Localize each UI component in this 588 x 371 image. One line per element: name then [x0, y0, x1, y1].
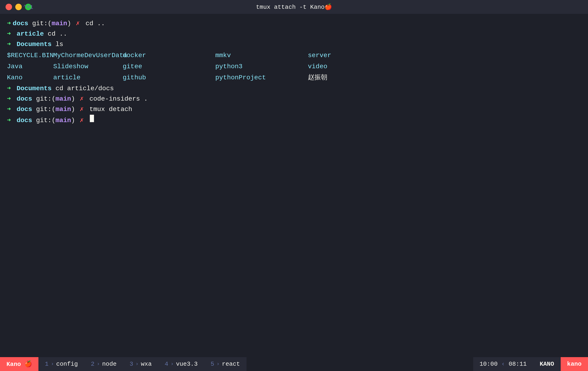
ls-item: 赵振朝 [308, 72, 354, 83]
ls-item: MyChormeDevUserData [53, 50, 123, 61]
status-bar: Kano 🍎 1 › config 2 › node 3 › wxa 4 › v… [0, 357, 588, 371]
terminal-line-1: ➜ docs git:(main) ✗ cd .. [7, 19, 581, 29]
prompt-git: git:( [32, 115, 56, 126]
ls-item: gitee [123, 61, 169, 72]
cmd-text: cd .. [44, 29, 67, 39]
cmd-text: cd article/docs [52, 83, 114, 94]
prompt-arrow: ➜ [7, 94, 11, 104]
ls-item: mmkv [215, 50, 262, 61]
status-tab-5[interactable]: 5 › react [204, 357, 247, 371]
status-kano-label[interactable]: Kano 🍎 [0, 357, 38, 371]
prompt-branch: main [56, 94, 71, 104]
tab-name: node [102, 361, 116, 368]
chevron-icon: › [216, 361, 220, 367]
cmd-text: ls [52, 39, 63, 50]
tab-name: config [56, 361, 78, 368]
prompt-dir: docs [13, 94, 32, 104]
prompt-dir: article [13, 29, 44, 39]
prompt-git: git:( [28, 19, 52, 29]
prompt-arrow: ➜ [7, 83, 11, 94]
terminal-line-6: ➜ docs git:(main) ✗ tmux detach [7, 104, 581, 115]
title-bar: ⌃⌘1 tmux attach -t Kano🍎 [0, 0, 588, 14]
tab-number: 4 [165, 361, 168, 368]
ls-item: article [53, 72, 123, 83]
ls-item: video [308, 61, 354, 72]
prompt-x: ✗ [76, 115, 84, 126]
cmd-text: tmux detach [85, 104, 132, 115]
prompt-arrow: ➜ [7, 29, 11, 39]
minimize-button[interactable] [15, 4, 22, 10]
ls-item: docker [123, 50, 169, 61]
chevron-icon: › [51, 361, 54, 367]
ls-item: $RECYCLE.BIN [7, 50, 53, 61]
terminal-body[interactable]: ➜ docs git:(main) ✗ cd .. ➜ article cd .… [0, 14, 588, 357]
ls-item: python3 [215, 61, 262, 72]
prompt-arrow: ➜ [7, 19, 11, 29]
time-secondary: 08:11 [509, 361, 527, 368]
terminal-line-3: ➜ Documents ls [7, 39, 581, 50]
chevron-icon: › [171, 361, 174, 367]
status-session-name[interactable]: kano [561, 357, 588, 371]
prompt-branch: main [56, 115, 71, 126]
prompt-dir: Documents [13, 39, 52, 50]
tab-name: react [222, 361, 240, 368]
tab-name: vue3.3 [176, 361, 198, 368]
session-name-text: kano [567, 361, 581, 368]
prompt-dir: docs [13, 19, 28, 29]
ls-item: github [123, 72, 169, 83]
prompt-arrow: ➜ [7, 39, 11, 50]
chevron-icon: › [97, 361, 100, 367]
status-kano-right-label: KANO [533, 357, 560, 371]
prompt-x: ✗ [76, 104, 84, 115]
prompt-git: git:( [32, 94, 56, 104]
prompt-arrow: ➜ [7, 115, 11, 126]
status-time: 10:00 ‹ 08:11 [473, 357, 533, 371]
time-separator: ‹ [501, 361, 505, 368]
shortcut-hint: ⌃⌘1 [23, 4, 33, 10]
prompt-git-close: ) [71, 115, 75, 126]
status-tab-3[interactable]: 3 › wxa [123, 357, 158, 371]
prompt-dir: Documents [13, 83, 52, 94]
prompt-dir: docs [13, 104, 32, 115]
prompt-branch: main [56, 104, 71, 115]
tab-number: 5 [211, 361, 214, 368]
terminal-line-4: ➜ Documents cd article/docs [7, 83, 581, 94]
ls-item: pythonProject [215, 72, 262, 83]
time-current: 10:00 [480, 361, 498, 368]
prompt-arrow: ➜ [7, 104, 11, 115]
kano-right-text: KANO [540, 361, 554, 368]
tab-number: 1 [45, 361, 49, 368]
ls-item: Slideshow [53, 61, 123, 72]
ls-item: Java [7, 61, 53, 72]
window-title: tmux attach -t Kano🍎 [256, 3, 332, 11]
prompt-git-close: ) [71, 94, 75, 104]
prompt-git: git:( [32, 104, 56, 115]
kano-label-text: Kano 🍎 [7, 360, 32, 368]
prompt-x: ✗ [76, 94, 84, 104]
ls-output: $RECYCLE.BIN MyChormeDevUserData docker … [7, 50, 581, 83]
terminal-line-7: ➜ docs git:(main) ✗ [7, 115, 581, 126]
prompt-git-close: ) [67, 19, 71, 29]
cmd-text: cd .. [82, 19, 105, 29]
close-button[interactable] [6, 4, 12, 10]
cmd-text [85, 115, 89, 126]
ls-item: Kano [7, 72, 53, 83]
prompt-branch: main [52, 19, 67, 29]
terminal-line-5: ➜ docs git:(main) ✗ code-insiders . [7, 94, 581, 104]
tab-number: 2 [91, 361, 94, 368]
status-right: 10:00 ‹ 08:11 KANO kano [473, 357, 588, 371]
status-tab-2[interactable]: 2 › node [84, 357, 123, 371]
cmd-text: code-insiders . [85, 94, 148, 104]
status-tab-1[interactable]: 1 › config [38, 357, 84, 371]
tab-name: wxa [141, 361, 152, 368]
tab-number: 3 [130, 361, 133, 368]
prompt-dir: docs [13, 115, 32, 126]
status-tab-4[interactable]: 4 › vue3.3 [158, 357, 204, 371]
terminal-cursor [90, 115, 94, 122]
chevron-icon: › [136, 361, 138, 367]
prompt-git-close: ) [71, 104, 75, 115]
prompt-x: ✗ [72, 19, 80, 29]
terminal-line-2: ➜ article cd .. [7, 29, 581, 39]
ls-item: server [308, 50, 354, 61]
